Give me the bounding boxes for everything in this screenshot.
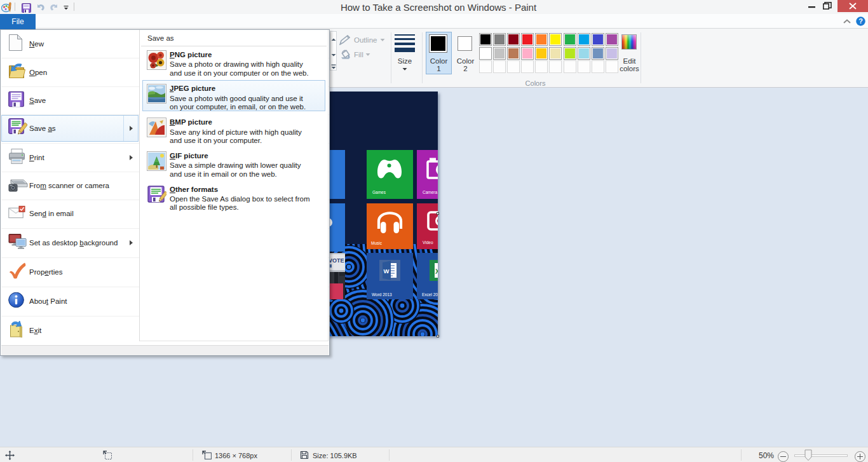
svg-text:VOTE: VOTE [329, 257, 344, 264]
svg-text:Games: Games [372, 190, 386, 194]
svg-text:W: W [384, 268, 390, 275]
svg-text:Excel 201: Excel 201 [422, 292, 438, 297]
svg-text:?: ? [858, 17, 863, 25]
svg-text:Video: Video [423, 240, 433, 245]
svg-text:Word 2013: Word 2013 [372, 292, 392, 297]
svg-text:Music: Music [371, 241, 383, 245]
svg-text:Camera: Camera [423, 190, 438, 194]
svg-text:X: X [435, 268, 438, 275]
